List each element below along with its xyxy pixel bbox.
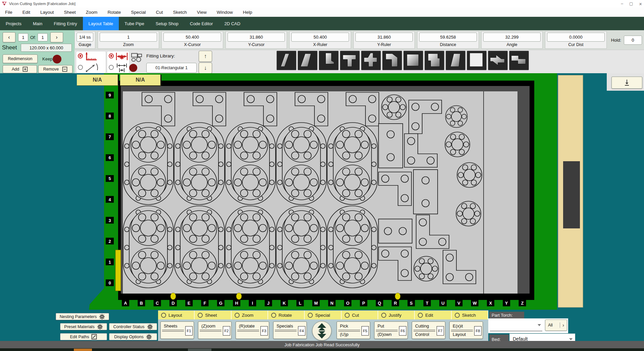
tab-main[interactable]: Main: [27, 17, 48, 30]
menu-item-special[interactable]: Special: [126, 10, 151, 15]
part-oval-manifold[interactable]: [174, 206, 225, 288]
menu-item-zoom[interactable]: Zoom: [81, 10, 103, 15]
mode-layout[interactable]: Layout: [158, 311, 195, 319]
preset-materials-button[interactable]: Preset Materials: [60, 323, 107, 330]
part-flange[interactable]: [445, 105, 467, 127]
menu-item-help[interactable]: Help: [238, 10, 257, 15]
mode-radio-icon[interactable]: [345, 313, 350, 318]
mode-justify[interactable]: Justify: [378, 311, 415, 319]
mode-rotate[interactable]: Rotate: [268, 311, 305, 319]
menu-item-window[interactable]: Window: [212, 10, 238, 15]
menu-item-sheet[interactable]: Sheet: [59, 10, 81, 15]
part-oval-manifold[interactable]: [327, 206, 378, 288]
sheet-current-field[interactable]: 1: [18, 33, 28, 41]
fkey-cutting-control[interactable]: CuttingControlF7: [412, 321, 445, 339]
prev-sheet-button[interactable]: ‹: [3, 32, 15, 42]
menu-item-sketch[interactable]: Sketch: [168, 10, 192, 15]
fitting-icon-s-offset[interactable]: [488, 51, 508, 70]
tab-projects[interactable]: Projects: [0, 17, 27, 30]
layout-table-canvas[interactable]: 9876543210 ABCDEFGHIJKLMNOPQRSTUVWXYZ: [0, 73, 644, 315]
fitting-icon-elbow-45[interactable]: [298, 51, 317, 70]
mode-edit[interactable]: Edit: [415, 311, 451, 319]
part-oval-manifold[interactable]: [276, 206, 327, 288]
fitting-icon-offset-transition[interactable]: [382, 51, 402, 70]
mode-radio-icon[interactable]: [235, 313, 240, 318]
mode-radio-icon[interactable]: [308, 313, 313, 318]
fkey-specials[interactable]: SpecialsF4: [273, 321, 307, 339]
mode-sketch[interactable]: Sketch: [452, 311, 488, 319]
nesting-parameters-button[interactable]: Nesting Parameters: [56, 313, 109, 320]
fitting-icon-double-offset[interactable]: [509, 51, 529, 70]
hold-value-field[interactable]: 0: [624, 36, 642, 45]
dual-dimension-radio[interactable]: [109, 65, 114, 70]
fkey-sheets[interactable]: SheetsF1: [160, 321, 194, 339]
sheet-size-field[interactable]: 120.000 x 60.000: [21, 44, 72, 52]
mode-radio-icon[interactable]: [455, 313, 460, 318]
mode-zoom[interactable]: Zoom: [232, 311, 268, 319]
fitting-icon-blank-sheet[interactable]: [467, 51, 487, 70]
menu-item-view[interactable]: View: [192, 10, 212, 15]
part-oval-manifold[interactable]: [123, 123, 174, 205]
mode-radio-icon[interactable]: [381, 313, 386, 318]
fkey-put-d-own[interactable]: Put(D)ownF6: [374, 321, 408, 339]
mode-radio-icon[interactable]: [161, 313, 166, 318]
mode-special[interactable]: Special: [305, 311, 341, 319]
fitting-icon-cross[interactable]: [361, 51, 381, 70]
protractor-mode-radio[interactable]: [78, 65, 83, 70]
redimension-button[interactable]: Redimension: [3, 54, 38, 63]
part-oval-manifold[interactable]: [225, 206, 276, 288]
sheet-total-field[interactable]: 1: [38, 33, 48, 41]
fitting-library-select[interactable]: 01-Rectangular 1: [146, 63, 197, 73]
part-plate[interactable]: [379, 124, 403, 168]
tab-code-editor[interactable]: Code Editor: [184, 17, 219, 30]
fitting-scroll-up-button[interactable]: ↑: [199, 51, 212, 62]
part-oval-manifold[interactable]: [276, 123, 327, 205]
mode-sheet[interactable]: Sheet: [195, 311, 231, 319]
part-oval-manifold[interactable]: [225, 123, 276, 205]
maximize-button[interactable]: ▢: [629, 1, 633, 6]
fitting-icon-elbow-90[interactable]: [277, 51, 296, 70]
fkey-pick-u-p[interactable]: Pick(U)pF5: [337, 321, 370, 339]
part-plate[interactable]: [413, 170, 438, 214]
tab-fitting-entry[interactable]: Fitting Entry: [48, 17, 83, 30]
menu-item-file[interactable]: File: [0, 10, 17, 15]
tab-tube-pipe[interactable]: Tube Pipe: [119, 17, 150, 30]
mode-radio-icon[interactable]: [271, 313, 276, 318]
part-oval-manifold[interactable]: [327, 123, 378, 205]
fkey-r-otate[interactable]: (R)otateF3: [236, 321, 269, 339]
fkey-z-oom[interactable]: (Z)oomF2: [198, 321, 232, 339]
fitting-icon-square-elbow[interactable]: [425, 51, 444, 70]
part-flange[interactable]: [414, 256, 439, 281]
menu-item-cut[interactable]: Cut: [151, 10, 168, 15]
part-flange[interactable]: [456, 201, 481, 226]
display-options-button[interactable]: Display Options: [109, 333, 157, 340]
plate-tab-2[interactable]: N/A: [120, 75, 161, 86]
mode-cut[interactable]: Cut: [342, 311, 378, 319]
plate-tab-1[interactable]: N/A: [77, 75, 119, 86]
mode-radio-icon[interactable]: [198, 313, 203, 318]
fitting-icon-taper[interactable]: [446, 51, 465, 70]
part-flange[interactable]: [445, 132, 470, 157]
fitting-icon-straight-duct[interactable]: [403, 51, 423, 70]
tab-layout-table[interactable]: Layout Table: [83, 17, 119, 30]
fitting-scroll-down-button[interactable]: ↓: [199, 62, 212, 74]
close-button[interactable]: ×: [639, 1, 642, 7]
fkey-e-x-it-layout[interactable]: E(x)itLayoutF8: [449, 321, 483, 339]
torch-all-button[interactable]: All›: [545, 319, 567, 331]
remove-sheet-button[interactable]: Remove: [38, 65, 72, 73]
controller-status-button[interactable]: Controller Status: [109, 323, 157, 330]
traverse-control-button[interactable]: [312, 321, 332, 341]
fitting-icon-duct-branch[interactable]: [319, 51, 339, 70]
menu-item-layout[interactable]: Layout: [35, 10, 59, 15]
part-plate[interactable]: [379, 219, 412, 243]
next-sheet-button[interactable]: ›: [50, 32, 63, 42]
menu-item-edit[interactable]: Edit: [17, 10, 35, 15]
dock-down-button[interactable]: [611, 77, 642, 89]
add-sheet-button[interactable]: Add: [3, 65, 37, 73]
part-flange[interactable]: [382, 95, 406, 120]
minimize-button[interactable]: –: [621, 1, 623, 6]
mode-radio-icon[interactable]: [418, 313, 423, 318]
menu-item-rotate[interactable]: Rotate: [102, 10, 126, 15]
tab-setup-shop[interactable]: Setup Shop: [150, 17, 184, 30]
ruler-mode-radio[interactable]: [78, 53, 83, 58]
